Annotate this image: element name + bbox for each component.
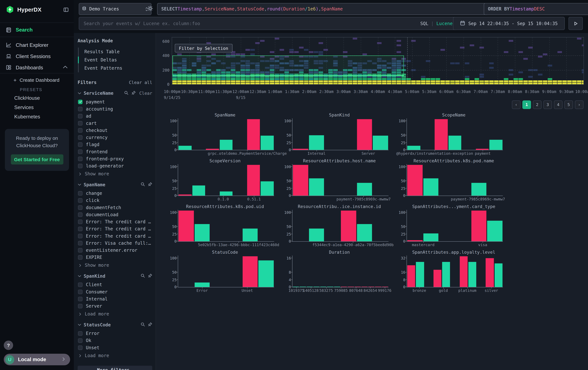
checkbox[interactable] <box>78 100 83 104</box>
filter-option-documentfetch[interactable]: documentFetch <box>78 205 152 210</box>
sql-select-input[interactable]: SELECT Timestamp, ServiceName, StatusCod… <box>157 3 489 15</box>
checkbox[interactable] <box>78 128 83 132</box>
checkbox[interactable] <box>78 304 83 308</box>
filter-option-accounting[interactable]: accounting <box>78 106 152 111</box>
filter-option-load-generator[interactable]: load-generator <box>78 163 152 168</box>
load-more[interactable]: Load more <box>78 353 152 358</box>
filter-option-change[interactable]: change <box>78 191 152 196</box>
page-button-5[interactable]: 5 <box>564 100 573 109</box>
sql-toggle[interactable]: SQL <box>420 21 429 26</box>
lucene-toggle[interactable]: Lucene <box>436 21 452 26</box>
sidebar-item-dashboards[interactable]: Dashboards <box>0 62 74 73</box>
analysis-mode-event-deltas[interactable]: Event Deltas <box>79 56 152 64</box>
clear-all-filters[interactable]: Clear all <box>129 80 152 85</box>
page-button-3[interactable]: 3 <box>543 100 552 109</box>
sidebar-preset-clickhouse[interactable]: ClickHouse <box>0 93 74 103</box>
checkbox[interactable] <box>78 156 83 161</box>
checkbox[interactable] <box>78 142 83 147</box>
checkbox[interactable] <box>78 114 83 118</box>
filter-option-error-the-credit-card[interactable]: Error: The credit card (… <box>78 233 152 238</box>
search-action[interactable] <box>141 182 145 187</box>
run-query-button[interactable] <box>568 17 583 30</box>
sidebar-item-chart-explorer[interactable]: Chart Explorer <box>0 40 74 51</box>
checkbox[interactable] <box>78 164 83 168</box>
checkbox[interactable] <box>78 345 83 350</box>
load-more[interactable]: Load more <box>78 311 152 317</box>
search-input[interactable] <box>83 20 417 26</box>
sidebar-preset-kubernetes[interactable]: Kubernetes <box>0 112 74 121</box>
analysis-mode-event-patterns[interactable]: Event Patterns <box>79 64 152 72</box>
filter-option-expire[interactable]: EXPIRE <box>78 255 152 260</box>
filter-option-payment[interactable]: payment <box>78 99 152 104</box>
events-heatmap[interactable]: Filter by Selection <box>172 38 584 84</box>
local-mode-menu[interactable]: U Local mode <box>4 354 70 365</box>
order-by-input[interactable]: ORDER BY Timestamp DESC <box>484 3 588 15</box>
checkbox[interactable] <box>78 297 83 301</box>
checkbox[interactable] <box>78 255 83 260</box>
pin-action[interactable] <box>148 273 152 279</box>
filter-option-server[interactable]: Server <box>78 304 152 308</box>
page-button-4[interactable]: 4 <box>554 100 563 109</box>
heatmap-canvas[interactable] <box>172 38 584 84</box>
chevron-down-icon[interactable] <box>78 91 81 95</box>
filter-option-checkout[interactable]: checkout <box>78 128 152 132</box>
help-button[interactable]: ? <box>4 340 13 350</box>
checkbox[interactable] <box>78 198 83 202</box>
analysis-mode-results-table[interactable]: Results Table <box>79 48 152 56</box>
checkbox[interactable] <box>78 248 83 252</box>
checkbox[interactable] <box>78 220 83 224</box>
filter-option-error[interactable]: Error <box>78 331 152 336</box>
filter-option-client[interactable]: Client <box>78 282 152 287</box>
checkbox[interactable] <box>78 290 83 294</box>
checkbox[interactable] <box>78 191 83 195</box>
pin-action[interactable] <box>148 182 152 187</box>
chevron-down-icon[interactable] <box>78 323 81 327</box>
checkbox[interactable] <box>78 212 83 217</box>
chevron-down-icon[interactable] <box>78 183 81 187</box>
filter-option-frontend-proxy[interactable]: frontend-proxy <box>78 156 152 161</box>
checkbox[interactable] <box>78 331 83 336</box>
checkbox[interactable] <box>78 107 83 111</box>
page-button-2[interactable]: 2 <box>533 100 542 109</box>
filter-option-error-the-credit-card[interactable]: Error: The credit card (… <box>78 226 152 231</box>
page-button-1[interactable]: 1 <box>522 100 531 109</box>
filter-option-frontend[interactable]: frontend <box>78 149 152 154</box>
show-more[interactable]: Show more <box>78 171 152 177</box>
checkbox[interactable] <box>78 282 83 287</box>
sidebar-item-create-dashboard[interactable]: + Create Dashboard <box>0 73 74 84</box>
filter-option-consumer[interactable]: Consumer <box>78 289 152 294</box>
sidebar-preset-services[interactable]: Services <box>0 103 74 112</box>
pin-action[interactable] <box>148 322 152 328</box>
filter-option-currency[interactable]: currency <box>78 135 152 140</box>
clear-group-filter[interactable]: Clear <box>139 91 152 96</box>
filter-option-error-visa-cache-full[interactable]: Error: Visa cache full: … <box>78 240 152 245</box>
source-select[interactable]: Demo Traces <box>79 3 151 15</box>
sidebar-collapse-button[interactable] <box>63 7 69 12</box>
chevron-down-icon[interactable] <box>78 274 81 278</box>
search-action[interactable] <box>141 322 145 328</box>
pin-action[interactable] <box>132 91 136 96</box>
filter-option-unset[interactable]: Unset <box>78 345 152 350</box>
sidebar-item-search[interactable]: Search <box>0 22 74 37</box>
filter-by-selection-button[interactable]: Filter by Selection <box>175 44 232 53</box>
filter-option-documentload[interactable]: documentLoad <box>78 212 152 217</box>
filter-option-cart[interactable]: cart <box>78 121 152 125</box>
filter-option-internal[interactable]: Internal <box>78 296 152 301</box>
checkbox[interactable] <box>78 234 83 238</box>
gear-icon[interactable] <box>147 6 153 12</box>
checkbox[interactable] <box>78 338 83 343</box>
checkbox[interactable] <box>78 149 83 154</box>
checkbox[interactable] <box>78 121 83 125</box>
checkbox[interactable] <box>78 227 83 231</box>
checkbox[interactable] <box>78 205 83 210</box>
get-started-button[interactable]: Get Started for Free <box>11 154 63 165</box>
filter-option-ad[interactable]: ad <box>78 114 152 118</box>
filter-option-error-the-credit-card[interactable]: Error: The credit card (… <box>78 219 152 224</box>
more-filters-button[interactable]: More filters <box>78 366 152 370</box>
checkbox[interactable] <box>78 135 83 140</box>
filter-option-eventlistener-error[interactable]: eventListener.error <box>78 248 152 253</box>
search-action[interactable] <box>141 273 145 279</box>
filter-option-ok[interactable]: Ok <box>78 338 152 343</box>
next-page-button[interactable]: › <box>575 100 584 109</box>
show-more[interactable]: Show more <box>78 263 152 268</box>
